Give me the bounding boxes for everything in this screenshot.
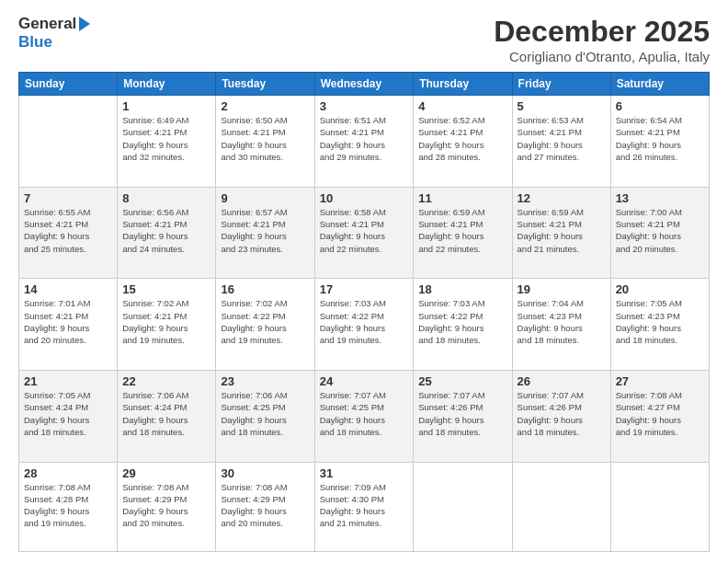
day-number: 28 xyxy=(24,466,112,480)
table-row: 10Sunrise: 6:58 AM Sunset: 4:21 PM Dayli… xyxy=(314,187,414,279)
table-row: 29Sunrise: 7:08 AM Sunset: 4:29 PM Dayli… xyxy=(118,462,216,551)
table-row: 31Sunrise: 7:09 AM Sunset: 4:30 PM Dayli… xyxy=(314,462,414,551)
table-row xyxy=(610,462,709,551)
day-number: 21 xyxy=(24,374,112,388)
day-info: Sunrise: 7:02 AM Sunset: 4:21 PM Dayligh… xyxy=(122,297,210,346)
day-info: Sunrise: 7:07 AM Sunset: 4:26 PM Dayligh… xyxy=(518,389,606,438)
table-row: 2Sunrise: 6:50 AM Sunset: 4:21 PM Daylig… xyxy=(216,96,314,188)
day-number: 14 xyxy=(24,282,112,296)
table-row: 7Sunrise: 6:55 AM Sunset: 4:21 PM Daylig… xyxy=(19,187,118,279)
table-row: 21Sunrise: 7:05 AM Sunset: 4:24 PM Dayli… xyxy=(19,370,118,462)
day-number: 29 xyxy=(122,466,210,480)
table-row: 27Sunrise: 7:08 AM Sunset: 4:27 PM Dayli… xyxy=(610,370,709,462)
day-number: 7 xyxy=(24,191,112,205)
location-title: Corigliano d'Otranto, Apulia, Italy xyxy=(494,49,710,64)
day-number: 5 xyxy=(518,99,606,113)
day-number: 1 xyxy=(122,99,210,113)
col-saturday: Saturday xyxy=(610,73,709,96)
table-row: 28Sunrise: 7:08 AM Sunset: 4:28 PM Dayli… xyxy=(19,462,118,551)
header: General Blue December 2025 Corigliano d'… xyxy=(18,15,710,64)
calendar-week-row: 1Sunrise: 6:49 AM Sunset: 4:21 PM Daylig… xyxy=(19,96,710,188)
day-info: Sunrise: 7:03 AM Sunset: 4:22 PM Dayligh… xyxy=(418,297,506,346)
col-friday: Friday xyxy=(512,73,610,96)
day-info: Sunrise: 7:03 AM Sunset: 4:22 PM Dayligh… xyxy=(320,297,409,346)
calendar-table: Sunday Monday Tuesday Wednesday Thursday… xyxy=(18,72,710,552)
table-row: 18Sunrise: 7:03 AM Sunset: 4:22 PM Dayli… xyxy=(414,279,512,371)
day-info: Sunrise: 6:52 AM Sunset: 4:21 PM Dayligh… xyxy=(418,114,506,163)
table-row: 14Sunrise: 7:01 AM Sunset: 4:21 PM Dayli… xyxy=(19,279,118,371)
table-row: 25Sunrise: 7:07 AM Sunset: 4:26 PM Dayli… xyxy=(414,370,512,462)
day-info: Sunrise: 7:01 AM Sunset: 4:21 PM Dayligh… xyxy=(24,297,112,346)
table-row: 20Sunrise: 7:05 AM Sunset: 4:23 PM Dayli… xyxy=(610,279,709,371)
day-info: Sunrise: 7:07 AM Sunset: 4:25 PM Dayligh… xyxy=(320,389,409,438)
day-info: Sunrise: 7:08 AM Sunset: 4:29 PM Dayligh… xyxy=(221,481,309,530)
day-number: 31 xyxy=(320,466,409,480)
table-row: 13Sunrise: 7:00 AM Sunset: 4:21 PM Dayli… xyxy=(610,187,709,279)
day-info: Sunrise: 7:08 AM Sunset: 4:27 PM Dayligh… xyxy=(616,389,704,438)
day-number: 26 xyxy=(518,374,606,388)
table-row: 19Sunrise: 7:04 AM Sunset: 4:23 PM Dayli… xyxy=(512,279,610,371)
day-info: Sunrise: 6:53 AM Sunset: 4:21 PM Dayligh… xyxy=(518,114,606,163)
day-info: Sunrise: 6:59 AM Sunset: 4:21 PM Dayligh… xyxy=(518,206,606,255)
day-info: Sunrise: 7:05 AM Sunset: 4:24 PM Dayligh… xyxy=(24,389,112,438)
table-row: 1Sunrise: 6:49 AM Sunset: 4:21 PM Daylig… xyxy=(118,96,216,188)
table-row: 23Sunrise: 7:06 AM Sunset: 4:25 PM Dayli… xyxy=(216,370,314,462)
calendar-week-row: 7Sunrise: 6:55 AM Sunset: 4:21 PM Daylig… xyxy=(19,187,710,279)
day-info: Sunrise: 6:50 AM Sunset: 4:21 PM Dayligh… xyxy=(221,114,309,163)
table-row: 5Sunrise: 6:53 AM Sunset: 4:21 PM Daylig… xyxy=(512,96,610,188)
table-row: 8Sunrise: 6:56 AM Sunset: 4:21 PM Daylig… xyxy=(118,187,216,279)
day-info: Sunrise: 6:58 AM Sunset: 4:21 PM Dayligh… xyxy=(320,206,409,255)
calendar-week-row: 14Sunrise: 7:01 AM Sunset: 4:21 PM Dayli… xyxy=(19,279,710,371)
day-info: Sunrise: 6:57 AM Sunset: 4:21 PM Dayligh… xyxy=(221,206,309,255)
table-row: 15Sunrise: 7:02 AM Sunset: 4:21 PM Dayli… xyxy=(118,279,216,371)
day-number: 3 xyxy=(320,99,409,113)
day-info: Sunrise: 7:05 AM Sunset: 4:23 PM Dayligh… xyxy=(616,297,704,346)
table-row: 6Sunrise: 6:54 AM Sunset: 4:21 PM Daylig… xyxy=(610,96,709,188)
table-row: 17Sunrise: 7:03 AM Sunset: 4:22 PM Dayli… xyxy=(314,279,414,371)
day-number: 11 xyxy=(418,191,506,205)
table-row: 9Sunrise: 6:57 AM Sunset: 4:21 PM Daylig… xyxy=(216,187,314,279)
col-wednesday: Wednesday xyxy=(314,73,414,96)
calendar-week-row: 28Sunrise: 7:08 AM Sunset: 4:28 PM Dayli… xyxy=(19,462,710,551)
table-row: 3Sunrise: 6:51 AM Sunset: 4:21 PM Daylig… xyxy=(314,96,414,188)
logo-arrow-icon xyxy=(79,17,90,31)
day-number: 25 xyxy=(418,374,506,388)
day-info: Sunrise: 7:07 AM Sunset: 4:26 PM Dayligh… xyxy=(418,389,506,438)
day-number: 4 xyxy=(418,99,506,113)
calendar-week-row: 21Sunrise: 7:05 AM Sunset: 4:24 PM Dayli… xyxy=(19,370,710,462)
day-number: 9 xyxy=(221,191,309,205)
table-row: 26Sunrise: 7:07 AM Sunset: 4:26 PM Dayli… xyxy=(512,370,610,462)
day-number: 8 xyxy=(122,191,210,205)
day-info: Sunrise: 7:08 AM Sunset: 4:28 PM Dayligh… xyxy=(24,481,112,530)
day-info: Sunrise: 6:54 AM Sunset: 4:21 PM Dayligh… xyxy=(616,114,704,163)
day-number: 20 xyxy=(616,282,704,296)
day-info: Sunrise: 7:06 AM Sunset: 4:25 PM Dayligh… xyxy=(221,389,309,438)
day-number: 24 xyxy=(320,374,409,388)
day-info: Sunrise: 7:06 AM Sunset: 4:24 PM Dayligh… xyxy=(122,389,210,438)
table-row: 24Sunrise: 7:07 AM Sunset: 4:25 PM Dayli… xyxy=(314,370,414,462)
logo-blue: Blue xyxy=(18,33,90,52)
day-number: 18 xyxy=(418,282,506,296)
table-row: 4Sunrise: 6:52 AM Sunset: 4:21 PM Daylig… xyxy=(414,96,512,188)
table-row: 16Sunrise: 7:02 AM Sunset: 4:22 PM Dayli… xyxy=(216,279,314,371)
day-info: Sunrise: 7:09 AM Sunset: 4:30 PM Dayligh… xyxy=(320,481,409,530)
table-row xyxy=(19,96,118,188)
day-info: Sunrise: 6:59 AM Sunset: 4:21 PM Dayligh… xyxy=(418,206,506,255)
header-row: Sunday Monday Tuesday Wednesday Thursday… xyxy=(19,73,710,96)
table-row: 12Sunrise: 6:59 AM Sunset: 4:21 PM Dayli… xyxy=(512,187,610,279)
day-info: Sunrise: 6:55 AM Sunset: 4:21 PM Dayligh… xyxy=(24,206,112,255)
col-monday: Monday xyxy=(118,73,216,96)
day-number: 30 xyxy=(221,466,309,480)
col-thursday: Thursday xyxy=(414,73,512,96)
day-number: 13 xyxy=(616,191,704,205)
day-info: Sunrise: 7:08 AM Sunset: 4:29 PM Dayligh… xyxy=(122,481,210,530)
table-row: 30Sunrise: 7:08 AM Sunset: 4:29 PM Dayli… xyxy=(216,462,314,551)
month-title: December 2025 xyxy=(494,15,710,49)
day-number: 6 xyxy=(616,99,704,113)
day-number: 15 xyxy=(122,282,210,296)
day-number: 19 xyxy=(518,282,606,296)
col-sunday: Sunday xyxy=(19,73,118,96)
day-number: 2 xyxy=(221,99,309,113)
col-tuesday: Tuesday xyxy=(216,73,314,96)
day-info: Sunrise: 6:51 AM Sunset: 4:21 PM Dayligh… xyxy=(320,114,409,163)
